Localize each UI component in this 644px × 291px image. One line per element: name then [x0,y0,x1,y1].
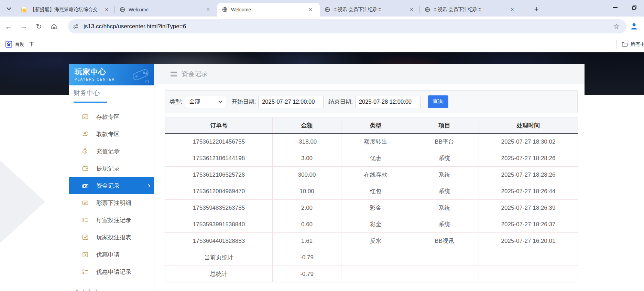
tab-title: Welcome [129,7,202,12]
home-icon [51,23,57,30]
close-icon[interactable]: × [408,6,415,13]
sidebar-item-withdraw-zone[interactable]: 取款专区 [69,125,154,143]
moneybag-icon [82,148,89,155]
records-table: 订单号金额类型项目处理时间 1753612201456755-318.00额度转… [165,117,578,282]
search-button[interactable]: 查询 [428,95,448,108]
withdraw-hand-icon [82,131,89,137]
start-date-label: 开始日期: [232,98,256,106]
profile-button[interactable] [627,20,641,33]
hamburger-icon[interactable] [171,72,177,76]
sidebar-item-hall-bet-records[interactable]: 厅室投注记录 [69,211,154,229]
url-text[interactable]: js13.cc/hhcp/usercenter.html?iniType=6 [84,23,611,30]
gamepad-icon [130,66,151,84]
cell-amount: 2.00 [273,200,341,216]
cell-order-no: 1753612106525728 [165,167,273,183]
tab-title: :::视讯 会员下注纪录::: [434,7,506,13]
doc-yellow-favicon-icon [21,7,27,12]
cell-order-no: 当前页统计 [165,249,273,266]
bookmark-star-icon[interactable]: ☆ [611,22,622,31]
sidebar-item-recharge-records[interactable]: 充值记录 [69,143,154,160]
tab-separator [114,6,114,13]
cell-order-no: 1753612201456755 [165,134,273,150]
section-finance-title: 财务中心 [74,85,150,102]
address-bar[interactable]: js13.cc/hhcp/usercenter.html?iniType=6 ☆ [68,19,626,33]
table-row: 175361200496947010.00红包系统2025-07-27 18:2… [165,183,578,200]
avatar-icon [630,22,638,31]
sidebar-item-withdrawal-records[interactable]: 提现记录 [69,160,154,177]
close-icon[interactable]: × [103,6,110,13]
wallet-icon [82,165,89,172]
tab-betting-records-2[interactable]: :::视讯 会员下注纪录::: × [420,3,520,17]
cell-project: BB平台 [410,134,479,150]
new-tab-button[interactable]: + [531,4,542,14]
cell-type: 彩金 [341,200,410,216]
cell-time: 2025-07-27 18:26:37 [479,216,578,233]
cell-time: 2025-07-27 18:28:26 [479,150,578,167]
close-icon[interactable]: × [509,6,516,13]
browser-window: 【新提醒】海燕策略论坛综合交 × Welcome × Welcome [0,0,644,291]
page-title: 资金记录 [182,70,208,79]
tab-strip: 【新提醒】海燕策略论坛综合交 × Welcome × Welcome [0,0,644,17]
cell-type [341,249,410,266]
cell-order-no: 1753593991538840 [165,216,273,233]
site-info-icon[interactable] [73,23,79,29]
browser-chrome: 【新提醒】海燕策略论坛综合交 × Welcome × Welcome [0,0,644,52]
sidebar-item-label: 取款专区 [96,130,120,138]
deposit-card-icon [82,113,89,120]
cell-time: 2025-07-27 18:26:39 [479,200,578,216]
type-label: 类型: [170,98,183,106]
sidebar-item-label: 优惠申请记录 [96,268,131,276]
sidebar-item-fund-records[interactable]: 资金记录 › [69,177,154,194]
sidebar-item-promo-apply-records[interactable]: 优惠申请记录 [69,263,154,280]
sidebar-item-lottery-bet-details[interactable]: 彩票下注明细 [69,194,154,211]
cell-amount: 300.00 [273,167,341,183]
tab-forum[interactable]: 【新提醒】海燕策略论坛综合交 × [17,3,114,17]
sidebar-item-promo-apply[interactable]: 优惠申请 [69,246,154,263]
cell-project: 系统 [410,200,479,216]
tab-betting-records-1[interactable]: :::视讯 会员下注纪录::: × [320,3,419,17]
cell-time [479,266,578,282]
sidebar-item-label: 彩票下注明细 [96,199,131,207]
cell-type [341,266,410,282]
column-header: 金额 [273,118,341,134]
start-date-input[interactable] [258,96,324,108]
forward-button[interactable]: → [17,20,30,33]
close-icon[interactable]: × [204,6,212,13]
sidebar-item-label: 厅室投注记录 [96,216,131,224]
bookmark-baidu[interactable]: 百度一下 [6,41,34,48]
type-select-value: 全部 [189,98,200,105]
cell-time: 2025-07-27 16:20:01 [479,233,578,249]
restore-button[interactable] [625,0,644,15]
section-personal-title: 个人中心 [74,285,150,291]
cell-amount: 3.00 [273,150,341,167]
sidebar-menu: 存款专区 取款专区 充值记录 [69,108,154,280]
back-button[interactable]: ← [2,20,15,33]
sidebar-item-label: 存款专区 [96,113,120,121]
cell-project: 系统 [410,183,479,200]
type-select[interactable]: 全部 [185,96,226,108]
all-bookmarks-button[interactable]: 所有书签 [622,41,644,48]
tab-welcome-active[interactable]: Welcome × [217,3,320,17]
sidebar-item-player-bet-report[interactable]: 玩家投注报表 [69,229,154,246]
column-header: 项目 [410,118,479,134]
cell-amount: 1.61 [273,233,341,249]
reload-button[interactable]: ↻ [32,20,45,33]
tab-search-button[interactable] [3,3,14,14]
home-button[interactable] [47,20,61,33]
end-date-input[interactable] [355,96,421,108]
minimize-button[interactable] [605,0,625,15]
background-watermark [0,160,45,243]
tab-welcome-1[interactable]: Welcome × [115,3,217,17]
sidebar-item-deposit-zone[interactable]: 存款专区 [69,108,154,125]
table-row: 17536044018288831.61反水BB视讯2025-07-27 16:… [165,233,578,249]
bookmark-label: 百度一下 [15,41,34,48]
close-icon[interactable]: × [307,6,314,13]
gift-icon [82,251,89,258]
webpage: 玩家中心 PLAYERS CENTER 财务中心 存款专区 [0,52,644,291]
cell-project: 系统 [410,167,479,183]
cell-order-no: 1753612004969470 [165,183,273,200]
chevron-down-icon [7,7,11,10]
all-bookmarks-label: 所有书签 [631,41,644,48]
minimize-icon [613,7,618,8]
cell-amount: 10.00 [273,183,341,200]
